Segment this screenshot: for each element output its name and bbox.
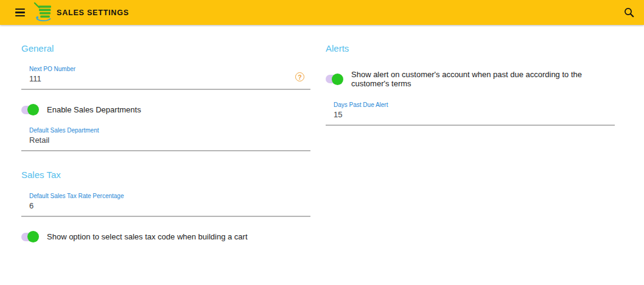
right-column: Alerts Show alert on customer's account … (326, 25, 615, 241)
show-tax-code-option-toggle[interactable] (21, 233, 37, 241)
show-tax-code-option-label: Show option to select sales tax code whe… (47, 232, 248, 241)
settings-content: General Next PO Number ? Enable Sales De… (0, 25, 644, 241)
enable-sales-departments-toggle[interactable] (21, 106, 37, 114)
next-po-number-input[interactable] (29, 72, 292, 83)
shopping-cart-logo-icon (33, 1, 53, 24)
past-due-alert-label: Show alert on customer's account when pa… (351, 70, 615, 88)
toggle-knob (27, 104, 39, 115)
enable-sales-departments-row: Enable Sales Departments (21, 105, 310, 114)
left-column: General Next PO Number ? Enable Sales De… (21, 25, 310, 241)
help-icon[interactable]: ? (295, 72, 304, 81)
section-title-alerts: Alerts (326, 43, 615, 53)
default-sales-department-input[interactable] (29, 134, 292, 145)
past-due-alert-toggle[interactable] (326, 75, 341, 83)
section-title-general: General (21, 43, 310, 53)
default-sales-department-field: Default Sales Department (21, 127, 310, 151)
days-past-due-label: Days Past Due Alert (334, 101, 615, 108)
default-sales-tax-rate-input[interactable] (29, 199, 292, 210)
toggle-knob (332, 74, 343, 85)
days-past-due-input[interactable] (334, 108, 597, 119)
show-tax-code-option-row: Show option to select sales tax code whe… (21, 232, 310, 241)
next-po-number-field: Next PO Number ? (21, 66, 310, 90)
toggle-knob (27, 231, 39, 242)
default-sales-tax-rate-field: Default Sales Tax Rate Percentage (21, 193, 310, 217)
section-title-sales-tax: Sales Tax (21, 170, 310, 180)
next-po-number-label: Next PO Number (29, 66, 310, 72)
default-sales-department-label: Default Sales Department (29, 127, 310, 134)
hamburger-menu-icon[interactable] (15, 9, 25, 16)
page-title: SALES SETTINGS (57, 9, 129, 17)
enable-sales-departments-label: Enable Sales Departments (47, 105, 141, 114)
default-sales-tax-rate-label: Default Sales Tax Rate Percentage (29, 193, 310, 199)
days-past-due-field: Days Past Due Alert (326, 101, 615, 126)
app-header: SALES SETTINGS (0, 0, 644, 25)
past-due-alert-row: Show alert on customer's account when pa… (326, 70, 615, 88)
search-icon[interactable] (623, 7, 634, 18)
